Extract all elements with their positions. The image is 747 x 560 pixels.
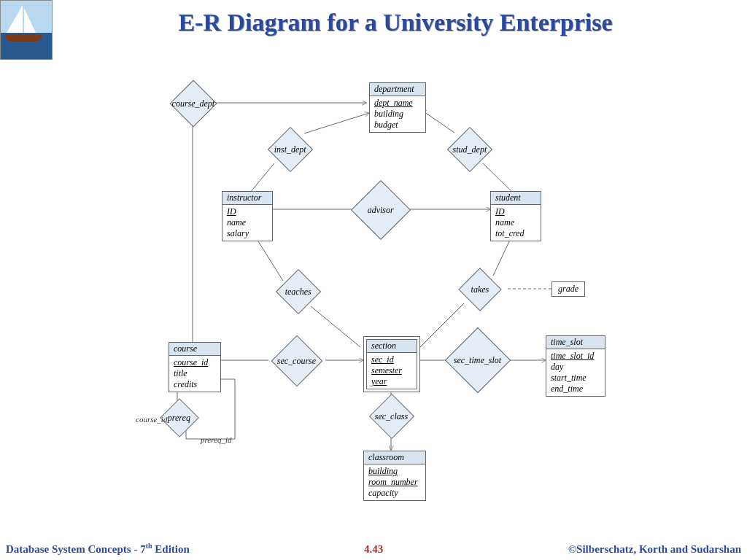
entity-time-slot: time_slot time_slot_iddaystart_timeend_t… — [546, 335, 605, 397]
entity-student: student IDnametot_cred — [490, 191, 541, 241]
role-course-id: course_id — [136, 415, 167, 424]
svg-line-5 — [422, 110, 454, 133]
svg-line-2 — [249, 163, 274, 193]
entity-section: section sec_idsemesteryear — [366, 339, 417, 389]
svg-line-11 — [420, 303, 464, 347]
entity-department: department dept_namebuildingbudget — [369, 82, 426, 133]
svg-line-9 — [311, 306, 360, 347]
footer-right: ©Silberschatz, Korth and Sudarshan — [568, 543, 741, 556]
entity-instructor: instructor IDnamesalary — [222, 191, 273, 241]
role-prereq-id: prereq_id — [201, 435, 232, 444]
slide: E-R Diagram for a University Enterprise — [0, 0, 747, 560]
entity-classroom: classroom buildingroom_numbercapacity — [363, 451, 426, 501]
entity-course: course course_idtitlecredits — [169, 342, 221, 392]
svg-line-3 — [304, 113, 369, 133]
attr-grade: grade — [551, 281, 585, 297]
